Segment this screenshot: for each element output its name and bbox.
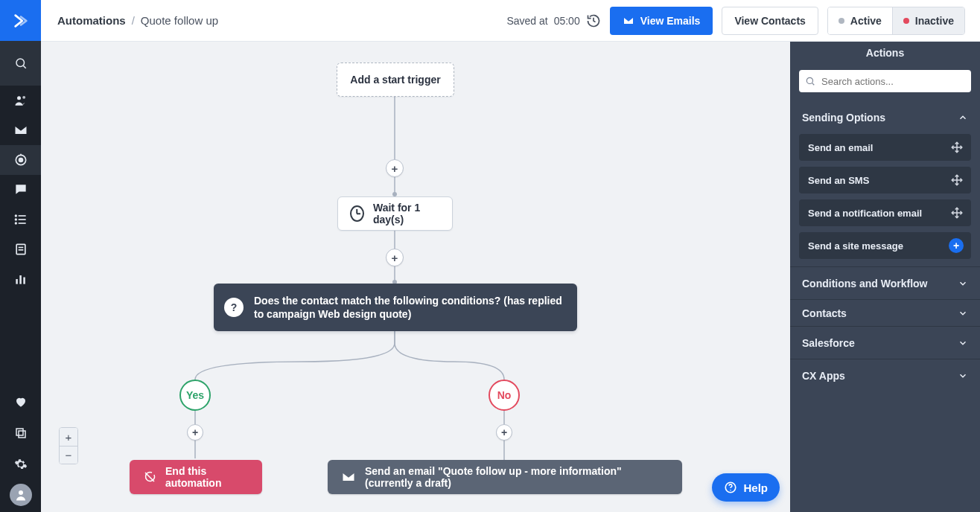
svg-line-1 [23,65,25,68]
chevron-down-icon [958,371,968,381]
svg-point-27 [731,490,732,491]
nav-lists[interactable] [0,205,41,234]
branch-no[interactable]: No [489,380,520,411]
chevron-down-icon [958,338,968,348]
view-emails-button[interactable]: View Emails [610,7,713,35]
nav-reports[interactable] [0,264,41,294]
chevron-down-icon [958,308,968,319]
status-inactive[interactable]: Inactive [892,7,964,34]
zoom-controls: + − [59,427,78,464]
branch-yes[interactable]: Yes [179,380,211,411]
saved-prefix: Saved at [506,15,547,27]
section-contacts[interactable]: Contacts [790,299,980,326]
nav-conversations[interactable] [0,175,41,205]
wait-label: Wait for 1 day(s) [373,202,440,225]
svg-line-29 [812,83,815,86]
question-icon: ? [224,298,244,317]
actions-panel: Actions Sending Options Send an email [790,42,980,512]
saved-status: Saved at 05:00 [506,13,600,28]
nav-automations[interactable] [0,145,41,175]
action-send-site-message[interactable]: Send a site message + [799,232,971,259]
chevron-down-icon [958,278,968,289]
add-step-2[interactable]: + [386,249,404,266]
sending-items: Send an email Send an SMS Send a notific… [790,134,980,266]
history-icon[interactable] [586,13,601,28]
email-icon [623,15,634,27]
nav-forms[interactable] [0,234,41,264]
svg-point-12 [15,223,16,224]
start-trigger-label: Add a start trigger [350,74,440,86]
send-email-action[interactable]: Send an email "Quote follow up - more in… [328,460,682,494]
svg-rect-20 [16,429,23,435]
plus-icon: + [949,238,964,253]
view-contacts-label: View Contacts [734,15,805,27]
brand-logo[interactable] [0,0,41,41]
actions-search-input[interactable] [799,70,971,92]
condition-node[interactable]: ? Does the contact match the following c… [214,284,577,331]
nav-favorites[interactable] [0,390,41,414]
section-salesforce[interactable]: Salesforce [790,326,980,359]
section-sending-label: Sending Options [802,112,885,124]
add-no-step[interactable]: + [496,424,512,441]
help-button[interactable]: Help [712,473,780,502]
nav-contacts[interactable] [0,86,41,115]
status-toggle: Active Inactive [827,7,965,35]
view-emails-label: View Emails [640,15,701,27]
svg-point-2 [17,96,21,100]
status-active[interactable]: Active [828,7,892,34]
clock-icon [350,205,364,222]
end-automation-label: End this automation [165,465,249,489]
nav-settings[interactable] [0,452,41,476]
zoom-in-button[interactable]: + [60,428,77,446]
send-email-label: Send an email "Quote follow up - more in… [365,465,669,489]
user-avatar[interactable] [10,484,32,506]
email-icon [341,470,356,484]
chevron-up-icon [958,112,968,123]
action-send-notification-label: Send a notification email [808,208,922,219]
action-send-email[interactable]: Send an email [799,134,971,161]
svg-point-21 [19,490,23,495]
breadcrumb-leaf: Quote follow up [141,14,218,27]
help-label: Help [743,481,768,494]
action-send-sms[interactable]: Send an SMS [799,167,971,193]
automation-canvas[interactable]: Add a start trigger + Wait for 1 day(s) … [41,42,790,512]
section-sending-options[interactable]: Sending Options [790,101,980,134]
move-icon [950,141,964,154]
flow-connectors [41,42,790,512]
zoom-out-button[interactable]: − [60,446,77,464]
condition-text: Does the contact match the following con… [254,294,562,321]
search-icon [805,76,815,86]
svg-point-5 [19,159,22,162]
section-cx-apps-label: CX Apps [802,370,845,382]
dot-icon [839,18,844,24]
breadcrumb-root[interactable]: Automations [57,14,126,27]
left-nav-rail [0,0,41,512]
svg-rect-19 [19,431,25,438]
end-icon [143,470,156,484]
svg-point-10 [15,215,16,217]
action-send-notification[interactable]: Send a notification email [799,199,971,226]
start-trigger-node[interactable]: Add a start trigger [337,63,454,97]
section-conditions-label: Conditions and Workflow [802,278,928,289]
svg-point-28 [806,77,812,83]
section-conditions[interactable]: Conditions and Workflow [790,266,980,299]
section-salesforce-label: Salesforce [802,337,855,349]
move-icon [950,206,964,220]
add-step-1[interactable]: + [386,159,404,177]
branch-no-label: No [497,389,512,401]
nav-campaigns[interactable] [0,115,41,145]
view-contacts-button[interactable]: View Contacts [722,7,818,35]
add-yes-step[interactable]: + [187,424,203,441]
section-cx-apps[interactable]: CX Apps [790,359,980,391]
wait-node[interactable]: Wait for 1 day(s) [337,196,453,231]
breadcrumb-separator: / [132,14,135,27]
end-automation-action[interactable]: End this automation [130,460,262,494]
nav-copy[interactable] [0,421,41,445]
svg-rect-18 [23,278,25,284]
dot-icon [903,18,909,24]
action-send-sms-label: Send an SMS [808,175,869,186]
top-bar: Automations / Quote follow up Saved at 0… [41,0,980,42]
nav-search[interactable] [0,41,41,86]
actions-panel-title: Actions [790,42,980,64]
svg-rect-16 [16,279,18,284]
